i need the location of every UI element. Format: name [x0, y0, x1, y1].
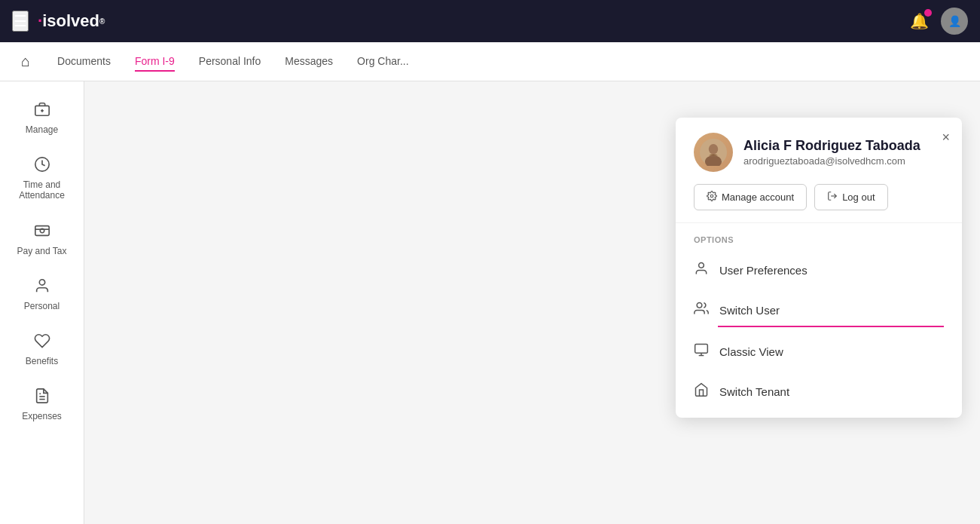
dropdown-user-name: Alicia F Rodriguez Taboada — [743, 138, 920, 154]
svg-point-13 — [710, 195, 713, 198]
dropdown-user-info: Alicia F Rodriguez Taboada arodrigueztab… — [694, 133, 944, 172]
dropdown-header: Alicia F Rodriguez Taboada arodrigueztab… — [676, 118, 962, 223]
sidebar: Manage Time and Attendance Pay and Tax — [0, 81, 84, 524]
nav-link-documents[interactable]: Documents — [57, 52, 111, 72]
option-user-preferences[interactable]: User Preferences — [676, 250, 962, 290]
notifications-button[interactable]: 🔔 — [907, 9, 932, 33]
sidebar-label-pay-tax: Pay and Tax — [17, 246, 67, 256]
profile-avatar-button[interactable]: 👤 — [941, 8, 968, 35]
nav-link-personal-info[interactable]: Personal Info — [199, 52, 261, 72]
nav-link-messages[interactable]: Messages — [285, 52, 333, 72]
logout-button[interactable]: Log out — [814, 184, 887, 210]
close-dropdown-button[interactable]: × — [942, 130, 950, 146]
option-switch-user[interactable]: Switch User — [676, 290, 962, 332]
sidebar-label-manage: Manage — [26, 124, 58, 135]
nav-link-form-i9[interactable]: Form I-9 — [135, 52, 175, 72]
logo-registered: ® — [99, 17, 105, 26]
logo-text: isolved — [42, 11, 99, 31]
profile-dropdown: × Alicia F Rodriguez Taboada arodriguezt — [676, 118, 962, 418]
user-preferences-icon — [694, 261, 709, 280]
notification-badge — [924, 9, 932, 17]
dropdown-options: OPTIONS User Preferences — [676, 223, 962, 418]
gear-icon — [707, 191, 717, 204]
sidebar-label-time-attendance: Time and Attendance — [6, 179, 78, 201]
sidebar-item-time-attendance[interactable]: Time and Attendance — [0, 146, 84, 212]
switch-tenant-icon — [694, 382, 709, 401]
sidebar-item-personal[interactable]: Personal — [0, 267, 84, 322]
dropdown-user-details: Alicia F Rodriguez Taboada arodrigueztab… — [743, 138, 920, 167]
classic-view-label: Classic View — [719, 345, 783, 358]
svg-point-11 — [709, 144, 718, 155]
hamburger-menu-button[interactable]: ☰ — [12, 11, 29, 32]
sidebar-item-manage[interactable]: Manage — [0, 90, 84, 146]
dropdown-avatar — [694, 133, 733, 172]
switch-tenant-label: Switch Tenant — [719, 385, 789, 398]
top-nav-icons: 🔔 👤 — [907, 8, 968, 35]
svg-point-16 — [697, 303, 702, 308]
top-navigation: ☰ ·isolved® 🔔 👤 — [0, 0, 980, 42]
sidebar-item-expenses[interactable]: Expenses — [0, 377, 84, 432]
option-switch-tenant[interactable]: Switch Tenant — [676, 372, 962, 412]
sidebar-label-personal: Personal — [24, 301, 60, 311]
manage-account-button[interactable]: Manage account — [694, 184, 807, 210]
switch-user-underline — [718, 326, 944, 327]
expenses-icon — [34, 388, 50, 408]
dropdown-actions: Manage account Log out — [694, 184, 944, 210]
svg-rect-4 — [35, 225, 48, 235]
benefits-icon — [34, 332, 50, 353]
sidebar-item-pay-tax[interactable]: Pay and Tax — [0, 212, 84, 267]
user-preferences-label: User Preferences — [719, 264, 808, 277]
nav-link-org-chart[interactable]: Org Char... — [357, 52, 408, 72]
sidebar-label-benefits: Benefits — [26, 356, 58, 366]
dropdown-user-email: arodrigueztaboada@isolvedhcm.com — [743, 155, 920, 167]
content-area: × Alicia F Rodriguez Taboada arodriguezt — [84, 81, 980, 524]
option-classic-view[interactable]: Classic View — [676, 332, 962, 372]
time-attendance-icon — [34, 156, 50, 176]
manage-icon — [34, 101, 50, 121]
personal-icon — [34, 277, 50, 298]
logout-label: Log out — [842, 192, 875, 203]
manage-account-label: Manage account — [722, 192, 794, 203]
sub-navigation: ⌂ Documents Form I-9 Personal Info Messa… — [0, 42, 980, 81]
svg-rect-17 — [695, 345, 708, 354]
pay-tax-icon — [34, 222, 50, 243]
switch-user-label: Switch User — [719, 304, 780, 317]
app-logo: ·isolved® — [38, 11, 105, 31]
svg-point-7 — [39, 280, 44, 285]
options-section-label: OPTIONS — [676, 232, 962, 250]
home-button[interactable]: ⌂ — [18, 50, 33, 73]
svg-point-15 — [699, 263, 704, 268]
classic-view-icon — [694, 342, 709, 361]
switch-user-icon — [694, 301, 709, 320]
main-layout: Manage Time and Attendance Pay and Tax — [0, 81, 980, 524]
sidebar-item-benefits[interactable]: Benefits — [0, 322, 84, 377]
logout-icon — [827, 191, 838, 204]
sidebar-label-expenses: Expenses — [22, 411, 62, 421]
